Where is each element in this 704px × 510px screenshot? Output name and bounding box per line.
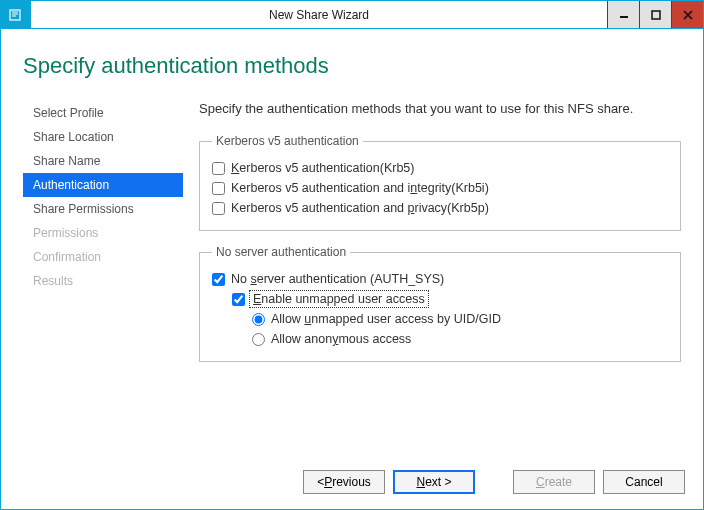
unmapped-checkbox-row[interactable]: Enable unmapped user access: [232, 289, 668, 309]
wizard-window: New Share Wizard Specify authentication …: [0, 0, 704, 510]
kerberos-legend: Kerberos v5 authentication: [212, 134, 363, 148]
kerberos-group: Kerberos v5 authentication Kerberos v5 a…: [199, 134, 681, 231]
unmapped-radio[interactable]: [252, 313, 265, 326]
sidebar-item-permissions: Permissions: [23, 221, 183, 245]
kerberos-option-checkbox[interactable]: [212, 202, 225, 215]
page-heading: Specify authentication methods: [23, 53, 681, 79]
kerberos-option-label: Kerberos v5 authentication and integrity…: [231, 181, 489, 195]
wizard-body: Specify authentication methods Select Pr…: [1, 29, 703, 455]
noauth-group: No server authentication No server authe…: [199, 245, 681, 362]
kerberos-option-checkbox[interactable]: [212, 182, 225, 195]
next-button[interactable]: Next >: [393, 470, 475, 494]
minimize-button[interactable]: [607, 1, 639, 28]
close-button[interactable]: [671, 1, 703, 28]
noauth-legend: No server authentication: [212, 245, 350, 259]
window-controls: [607, 1, 703, 28]
sidebar-item-select-profile[interactable]: Select Profile: [23, 101, 183, 125]
sidebar-item-authentication[interactable]: Authentication: [23, 173, 183, 197]
previous-button[interactable]: < Previous: [303, 470, 385, 494]
sidebar-item-share-name[interactable]: Share Name: [23, 149, 183, 173]
kerberos-option-row[interactable]: Kerberos v5 authentication(Krb5): [212, 158, 668, 178]
cancel-button[interactable]: Cancel: [603, 470, 685, 494]
app-icon: [1, 1, 31, 28]
sidebar-item-results: Results: [23, 269, 183, 293]
authsys-checkbox[interactable]: [212, 273, 225, 286]
unmapped-radio-label: Allow anonymous access: [271, 332, 411, 346]
kerberos-option-label: Kerberos v5 authentication(Krb5): [231, 161, 414, 175]
create-button: Create: [513, 470, 595, 494]
kerberos-option-row[interactable]: Kerberos v5 authentication and integrity…: [212, 178, 668, 198]
wizard-footer: < Previous Next > Create Cancel: [1, 455, 703, 509]
wizard-steps-sidebar: Select ProfileShare LocationShare NameAu…: [23, 101, 183, 455]
title-bar: New Share Wizard: [1, 1, 703, 29]
unmapped-checkbox[interactable]: [232, 293, 245, 306]
unmapped-radio-row[interactable]: Allow anonymous access: [252, 329, 668, 349]
unmapped-radio-row[interactable]: Allow unmapped user access by UID/GID: [252, 309, 668, 329]
svg-rect-2: [652, 11, 660, 19]
kerberos-option-checkbox[interactable]: [212, 162, 225, 175]
columns: Select ProfileShare LocationShare NameAu…: [23, 101, 681, 455]
sidebar-item-share-permissions[interactable]: Share Permissions: [23, 197, 183, 221]
authsys-checkbox-row[interactable]: No server authentication (AUTH_SYS): [212, 269, 668, 289]
kerberos-option-label: Kerberos v5 authentication and privacy(K…: [231, 201, 489, 215]
window-title: New Share Wizard: [31, 1, 607, 28]
page-instruction: Specify the authentication methods that …: [199, 101, 681, 116]
kerberos-option-row[interactable]: Kerberos v5 authentication and privacy(K…: [212, 198, 668, 218]
main-panel: Specify the authentication methods that …: [199, 101, 681, 455]
sidebar-item-share-location[interactable]: Share Location: [23, 125, 183, 149]
unmapped-radio-label: Allow unmapped user access by UID/GID: [271, 312, 501, 326]
unmapped-radio[interactable]: [252, 333, 265, 346]
maximize-button[interactable]: [639, 1, 671, 28]
sidebar-item-confirmation: Confirmation: [23, 245, 183, 269]
unmapped-label: Enable unmapped user access: [251, 292, 427, 306]
authsys-label: No server authentication (AUTH_SYS): [231, 272, 444, 286]
